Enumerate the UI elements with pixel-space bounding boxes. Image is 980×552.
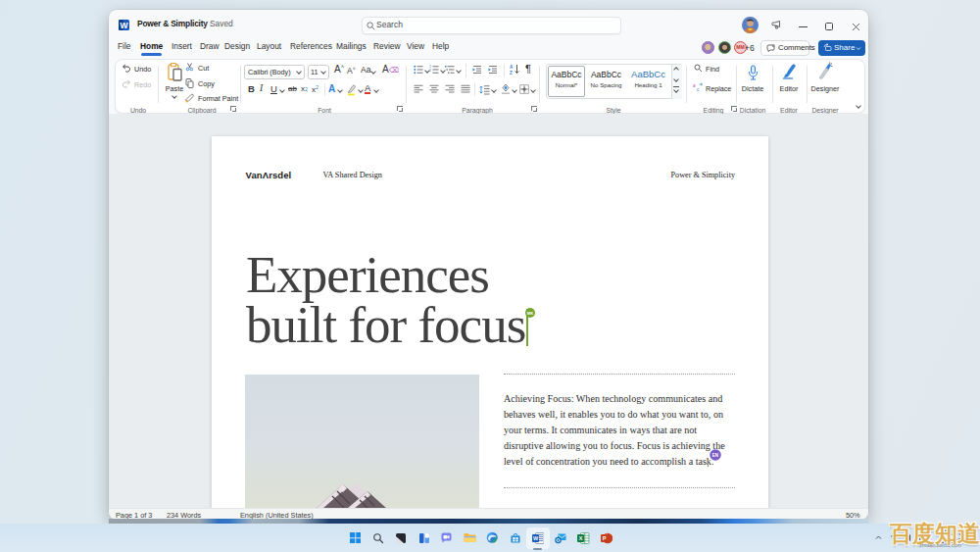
svg-text:2: 2 bbox=[429, 69, 431, 73]
svg-text:A: A bbox=[510, 65, 514, 70]
svg-text:EN: EN bbox=[711, 452, 717, 457]
svg-text:W: W bbox=[533, 535, 539, 541]
svg-text:P: P bbox=[602, 535, 606, 541]
svg-text:a: a bbox=[693, 83, 696, 88]
svg-text:X: X bbox=[579, 535, 583, 541]
svg-text:c: c bbox=[697, 87, 700, 92]
svg-text:Z: Z bbox=[510, 71, 513, 75]
svg-text:W: W bbox=[120, 21, 128, 30]
svg-text:MK: MK bbox=[527, 311, 535, 316]
